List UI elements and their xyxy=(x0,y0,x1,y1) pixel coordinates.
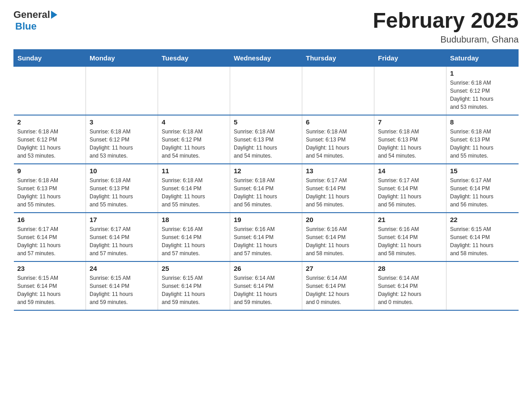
weekday-header: Monday xyxy=(86,49,158,66)
calendar-cell xyxy=(86,66,158,115)
day-info: Sunrise: 6:15 AM Sunset: 6:14 PM Dayligh… xyxy=(162,274,226,306)
day-number: 11 xyxy=(162,167,226,175)
day-info: Sunrise: 6:18 AM Sunset: 6:14 PM Dayligh… xyxy=(234,176,298,209)
day-number: 9 xyxy=(17,167,82,175)
day-info: Sunrise: 6:18 AM Sunset: 6:13 PM Dayligh… xyxy=(306,128,370,160)
calendar-cell: 16Sunrise: 6:17 AM Sunset: 6:14 PM Dayli… xyxy=(14,213,86,261)
calendar-cell: 3Sunrise: 6:18 AM Sunset: 6:12 PM Daylig… xyxy=(86,115,158,164)
day-number: 28 xyxy=(378,265,442,272)
day-number: 5 xyxy=(234,118,298,126)
calendar-cell: 26Sunrise: 6:14 AM Sunset: 6:14 PM Dayli… xyxy=(230,261,302,310)
weekday-header: Wednesday xyxy=(230,49,302,66)
day-info: Sunrise: 6:17 AM Sunset: 6:14 PM Dayligh… xyxy=(17,225,82,257)
day-number: 8 xyxy=(450,118,515,126)
calendar-cell: 23Sunrise: 6:15 AM Sunset: 6:14 PM Dayli… xyxy=(14,261,86,310)
day-info: Sunrise: 6:15 AM Sunset: 6:14 PM Dayligh… xyxy=(450,225,515,257)
calendar-week-row: 23Sunrise: 6:15 AM Sunset: 6:14 PM Dayli… xyxy=(14,261,519,310)
weekday-row: SundayMondayTuesdayWednesdayThursdayFrid… xyxy=(14,49,519,66)
day-info: Sunrise: 6:18 AM Sunset: 6:13 PM Dayligh… xyxy=(17,176,82,209)
day-number: 12 xyxy=(234,167,298,175)
calendar-cell: 13Sunrise: 6:17 AM Sunset: 6:14 PM Dayli… xyxy=(302,164,374,213)
calendar-week-row: 2Sunrise: 6:18 AM Sunset: 6:12 PM Daylig… xyxy=(14,115,519,164)
day-number: 24 xyxy=(90,265,154,272)
calendar-body: 1Sunrise: 6:18 AM Sunset: 6:12 PM Daylig… xyxy=(14,66,519,310)
logo-triangle-icon xyxy=(51,11,57,19)
day-info: Sunrise: 6:17 AM Sunset: 6:14 PM Dayligh… xyxy=(306,176,370,209)
day-info: Sunrise: 6:15 AM Sunset: 6:14 PM Dayligh… xyxy=(90,274,154,306)
day-number: 17 xyxy=(90,216,154,223)
calendar-table: SundayMondayTuesdayWednesdayThursdayFrid… xyxy=(13,49,519,311)
day-info: Sunrise: 6:18 AM Sunset: 6:14 PM Dayligh… xyxy=(162,176,226,209)
calendar-cell: 21Sunrise: 6:16 AM Sunset: 6:14 PM Dayli… xyxy=(374,213,446,261)
day-info: Sunrise: 6:16 AM Sunset: 6:14 PM Dayligh… xyxy=(162,225,226,257)
calendar-cell: 9Sunrise: 6:18 AM Sunset: 6:13 PM Daylig… xyxy=(14,164,86,213)
day-number: 3 xyxy=(90,118,154,126)
calendar-cell: 7Sunrise: 6:18 AM Sunset: 6:13 PM Daylig… xyxy=(374,115,446,164)
calendar-cell xyxy=(374,66,446,115)
month-title: February 2025 xyxy=(373,9,519,33)
calendar-cell: 22Sunrise: 6:15 AM Sunset: 6:14 PM Dayli… xyxy=(446,213,519,261)
day-number: 1 xyxy=(450,69,515,77)
day-number: 10 xyxy=(90,167,154,175)
day-number: 27 xyxy=(306,265,370,272)
day-number: 4 xyxy=(162,118,226,126)
calendar-cell xyxy=(446,261,519,310)
day-number: 2 xyxy=(17,118,82,126)
calendar-cell: 18Sunrise: 6:16 AM Sunset: 6:14 PM Dayli… xyxy=(158,213,230,261)
calendar-cell: 1Sunrise: 6:18 AM Sunset: 6:12 PM Daylig… xyxy=(446,66,519,115)
day-info: Sunrise: 6:18 AM Sunset: 6:13 PM Dayligh… xyxy=(450,128,515,160)
calendar-cell: 2Sunrise: 6:18 AM Sunset: 6:12 PM Daylig… xyxy=(14,115,86,164)
weekday-header: Sunday xyxy=(14,49,86,66)
day-info: Sunrise: 6:17 AM Sunset: 6:14 PM Dayligh… xyxy=(378,176,442,209)
day-number: 14 xyxy=(378,167,442,175)
calendar-cell: 15Sunrise: 6:17 AM Sunset: 6:14 PM Dayli… xyxy=(446,164,519,213)
calendar-cell xyxy=(158,66,230,115)
calendar-cell: 5Sunrise: 6:18 AM Sunset: 6:13 PM Daylig… xyxy=(230,115,302,164)
day-info: Sunrise: 6:16 AM Sunset: 6:14 PM Dayligh… xyxy=(234,225,298,257)
logo-blue-text: Blue xyxy=(15,21,37,32)
calendar-cell: 6Sunrise: 6:18 AM Sunset: 6:13 PM Daylig… xyxy=(302,115,374,164)
weekday-header: Saturday xyxy=(446,49,519,66)
logo-general-text: General xyxy=(13,9,50,21)
day-info: Sunrise: 6:17 AM Sunset: 6:14 PM Dayligh… xyxy=(90,225,154,257)
day-info: Sunrise: 6:18 AM Sunset: 6:12 PM Dayligh… xyxy=(17,128,82,160)
day-info: Sunrise: 6:18 AM Sunset: 6:12 PM Dayligh… xyxy=(162,128,226,160)
location-text: Buduburam, Ghana xyxy=(373,34,519,45)
calendar-cell: 19Sunrise: 6:16 AM Sunset: 6:14 PM Dayli… xyxy=(230,213,302,261)
day-info: Sunrise: 6:14 AM Sunset: 6:14 PM Dayligh… xyxy=(378,274,442,306)
day-info: Sunrise: 6:15 AM Sunset: 6:14 PM Dayligh… xyxy=(17,274,82,306)
day-info: Sunrise: 6:18 AM Sunset: 6:12 PM Dayligh… xyxy=(90,128,154,160)
day-info: Sunrise: 6:18 AM Sunset: 6:13 PM Dayligh… xyxy=(90,176,154,209)
calendar-cell xyxy=(230,66,302,115)
day-info: Sunrise: 6:16 AM Sunset: 6:14 PM Dayligh… xyxy=(378,225,442,257)
calendar-cell: 28Sunrise: 6:14 AM Sunset: 6:14 PM Dayli… xyxy=(374,261,446,310)
calendar-cell: 24Sunrise: 6:15 AM Sunset: 6:14 PM Dayli… xyxy=(86,261,158,310)
weekday-header: Thursday xyxy=(302,49,374,66)
calendar-cell xyxy=(302,66,374,115)
day-number: 25 xyxy=(162,265,226,272)
title-section: February 2025 Buduburam, Ghana xyxy=(373,9,519,45)
day-number: 21 xyxy=(378,216,442,223)
day-info: Sunrise: 6:17 AM Sunset: 6:14 PM Dayligh… xyxy=(450,176,515,209)
calendar-cell: 4Sunrise: 6:18 AM Sunset: 6:12 PM Daylig… xyxy=(158,115,230,164)
weekday-header: Friday xyxy=(374,49,446,66)
logo: General Blue xyxy=(13,9,57,32)
day-info: Sunrise: 6:16 AM Sunset: 6:14 PM Dayligh… xyxy=(306,225,370,257)
calendar-cell: 12Sunrise: 6:18 AM Sunset: 6:14 PM Dayli… xyxy=(230,164,302,213)
day-number: 19 xyxy=(234,216,298,223)
day-number: 16 xyxy=(17,216,82,223)
calendar-cell: 10Sunrise: 6:18 AM Sunset: 6:13 PM Dayli… xyxy=(86,164,158,213)
calendar-week-row: 1Sunrise: 6:18 AM Sunset: 6:12 PM Daylig… xyxy=(14,66,519,115)
calendar-cell: 20Sunrise: 6:16 AM Sunset: 6:14 PM Dayli… xyxy=(302,213,374,261)
day-number: 15 xyxy=(450,167,515,175)
day-info: Sunrise: 6:18 AM Sunset: 6:13 PM Dayligh… xyxy=(234,128,298,160)
calendar-cell xyxy=(14,66,86,115)
calendar-cell: 17Sunrise: 6:17 AM Sunset: 6:14 PM Dayli… xyxy=(86,213,158,261)
page-header: General Blue February 2025 Buduburam, Gh… xyxy=(13,9,519,45)
day-number: 13 xyxy=(306,167,370,175)
calendar-cell: 27Sunrise: 6:14 AM Sunset: 6:14 PM Dayli… xyxy=(302,261,374,310)
calendar-cell: 14Sunrise: 6:17 AM Sunset: 6:14 PM Dayli… xyxy=(374,164,446,213)
day-number: 6 xyxy=(306,118,370,126)
day-info: Sunrise: 6:18 AM Sunset: 6:12 PM Dayligh… xyxy=(450,79,515,111)
day-number: 18 xyxy=(162,216,226,223)
